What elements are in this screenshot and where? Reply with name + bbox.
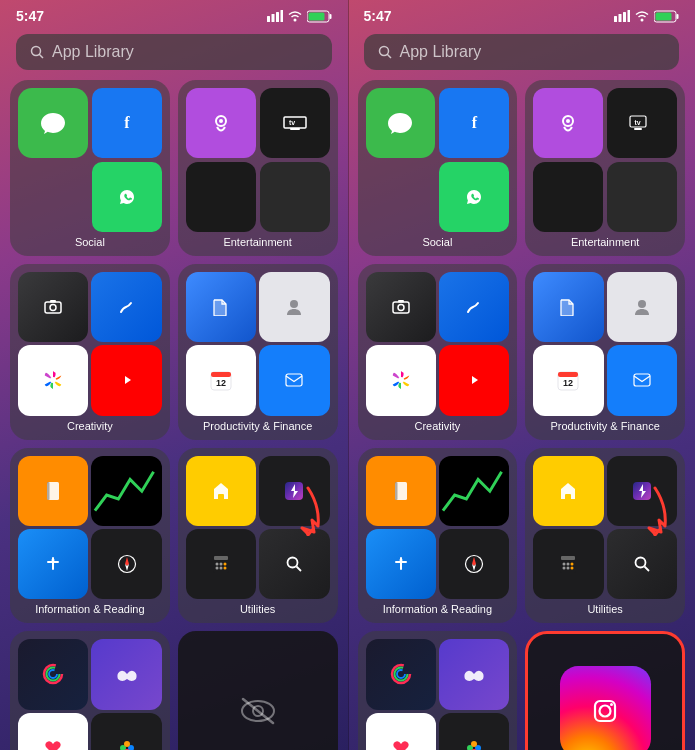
right-contacts-icon	[607, 272, 677, 342]
right-whatsapp-icon	[439, 162, 509, 232]
camera-icon	[18, 272, 88, 342]
svg-point-17	[50, 377, 56, 383]
right-panel: 5:47 App Library	[348, 0, 696, 750]
left-hidden-folder[interactable]: Hidden	[178, 631, 338, 750]
svg-text:tv: tv	[289, 119, 295, 126]
svg-point-45	[49, 670, 57, 678]
battery-icon	[307, 10, 332, 23]
svg-point-81	[399, 559, 402, 562]
right-social-folder[interactable]: f Social	[358, 80, 518, 256]
svg-rect-16	[50, 300, 56, 303]
right-hidden-folder[interactable]: Hidden	[525, 631, 685, 750]
left-other-folder[interactable]: Other	[10, 631, 170, 750]
svg-rect-66	[634, 128, 642, 130]
right-entertainment-label: Entertainment	[533, 236, 677, 248]
svg-point-20	[290, 300, 298, 308]
right-other-folder[interactable]: Other	[358, 631, 518, 750]
svg-rect-56	[628, 10, 631, 22]
right-gamecenter-icon	[439, 713, 509, 750]
right-productivity-folder[interactable]: 12 Productivity & Finance	[525, 264, 685, 440]
right-search-text: App Library	[400, 43, 482, 61]
right-creativity-folder[interactable]: Creativity	[358, 264, 518, 440]
right-app-grid: f Social tv	[348, 80, 696, 750]
right-compass-icon	[439, 529, 509, 599]
facebook-icon: f	[92, 88, 162, 158]
podcasts-icon	[186, 88, 256, 158]
svg-point-27	[52, 559, 55, 562]
svg-rect-85	[565, 494, 571, 501]
svg-rect-59	[677, 14, 679, 19]
svg-point-40	[223, 567, 226, 570]
appletv-icon: tv	[260, 88, 330, 158]
right-creativity-label: Creativity	[366, 420, 510, 432]
svg-rect-2	[276, 12, 279, 22]
left-search-bar[interactable]: App Library	[16, 34, 332, 70]
left-creativity-label: Creativity	[18, 420, 162, 432]
messages-icon	[18, 88, 88, 158]
svg-rect-31	[218, 494, 224, 501]
right-search-bar[interactable]: App Library	[364, 34, 680, 70]
right-butterfly-icon	[439, 639, 509, 709]
health-icon	[18, 713, 88, 750]
svg-point-39	[219, 567, 222, 570]
svg-rect-0	[267, 16, 270, 22]
left-search-text: App Library	[52, 43, 134, 61]
svg-rect-3	[280, 10, 283, 22]
svg-point-93	[567, 567, 570, 570]
svg-rect-34	[214, 556, 228, 560]
svg-rect-80	[395, 482, 398, 500]
youtube-icon	[91, 345, 161, 415]
entertainment-4-icon	[260, 162, 330, 232]
svg-rect-53	[614, 16, 617, 22]
panel-divider	[348, 0, 349, 750]
left-information-folder[interactable]: Information & Reading	[10, 448, 170, 624]
svg-point-38	[215, 567, 218, 570]
svg-rect-7	[308, 12, 324, 20]
left-social-folder[interactable]: f Social	[10, 80, 170, 256]
left-red-arrow	[290, 486, 326, 540]
right-status-icons	[614, 10, 679, 23]
right-mail-icon	[607, 345, 677, 415]
left-utilities-label: Utilities	[186, 603, 330, 615]
svg-rect-54	[619, 14, 622, 22]
svg-point-91	[571, 563, 574, 566]
svg-point-94	[571, 567, 574, 570]
right-calculator-icon	[533, 529, 603, 599]
right-youtube-icon	[439, 345, 509, 415]
calendar-icon: 12	[186, 345, 256, 415]
left-creativity-folder[interactable]: Creativity	[10, 264, 170, 440]
svg-point-102	[471, 741, 477, 747]
compass-icon	[91, 529, 161, 599]
svg-rect-14	[45, 302, 61, 313]
right-hidden-content	[540, 646, 670, 750]
right-camera-icon	[366, 272, 436, 342]
svg-line-9	[40, 55, 44, 59]
left-productivity-folder[interactable]: 12 Productivity & Finance	[178, 264, 338, 440]
freeform-icon	[91, 272, 161, 342]
stocks-icon	[91, 456, 161, 526]
svg-point-95	[635, 558, 645, 568]
right-entertainment-folder[interactable]: tv Entertainment	[525, 80, 685, 256]
left-entertainment-folder[interactable]: tv Entertainment	[178, 80, 338, 256]
right-files-icon	[533, 272, 603, 342]
svg-point-90	[567, 563, 570, 566]
right-facebook-icon: f	[439, 88, 509, 158]
svg-rect-78	[634, 374, 650, 386]
svg-point-105	[600, 706, 611, 717]
right-books-icon	[366, 456, 436, 526]
svg-line-62	[387, 55, 391, 59]
left-productivity-label: Productivity & Finance	[186, 420, 330, 432]
right-status-bar: 5:47	[348, 0, 696, 28]
svg-point-89	[563, 563, 566, 566]
left-panel: 5:47 App Li	[0, 0, 348, 750]
svg-point-15	[50, 305, 56, 311]
svg-rect-24	[286, 374, 302, 386]
svg-point-61	[379, 47, 388, 56]
right-time: 5:47	[364, 8, 392, 24]
svg-point-4	[293, 19, 296, 22]
right-productivity-label: Productivity & Finance	[533, 420, 677, 432]
photos-icon	[18, 345, 88, 415]
svg-point-92	[563, 567, 566, 570]
svg-point-8	[32, 47, 41, 56]
right-information-folder[interactable]: Information & Reading	[358, 448, 518, 624]
